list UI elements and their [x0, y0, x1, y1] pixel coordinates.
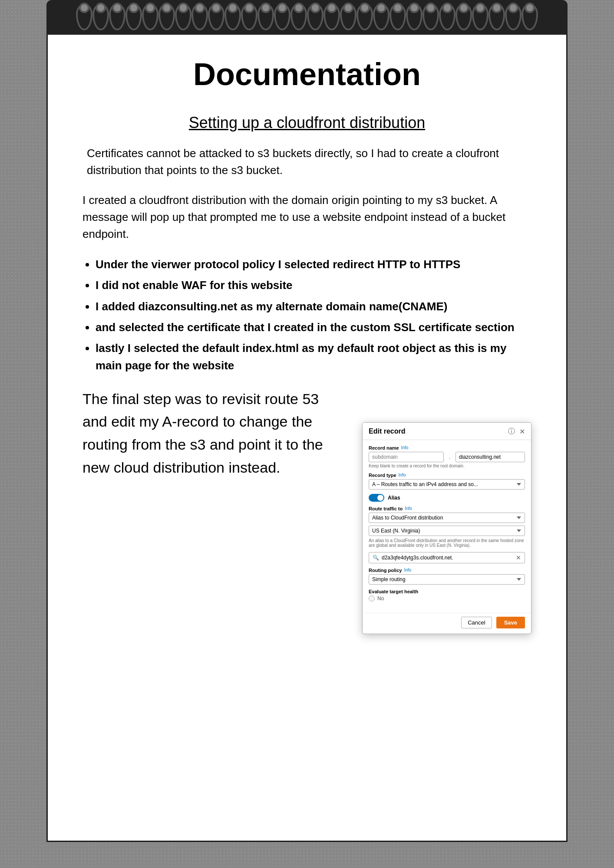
spiral-loop — [357, 3, 373, 30]
spiral-loop — [522, 3, 538, 30]
spiral-loop — [307, 3, 324, 30]
spiral-loop — [390, 3, 406, 30]
bullet-item: I did not enable WAF for this website — [96, 276, 531, 294]
spiral-loop — [472, 3, 489, 30]
record-type-select[interactable]: A – Routes traffic to an IPv4 address an… — [369, 479, 525, 490]
final-step-paragraph: The final step was to revisit route 53 a… — [83, 388, 334, 479]
spirals — [46, 0, 568, 34]
search-icon: 🔍 — [373, 555, 379, 561]
spiral-loop — [125, 3, 142, 30]
cloudfront-search-input[interactable] — [382, 555, 513, 561]
evaluate-health-label: Evaluate target health — [369, 589, 525, 594]
spiral-loop — [324, 3, 340, 30]
panel-body: Record name Info . Keep blank to create … — [363, 440, 531, 613]
notebook-page: Documentation Setting up a cloudfront di… — [46, 35, 568, 842]
domain-separator: . — [447, 454, 452, 460]
region-select[interactable]: US East (N. Virginia) — [369, 526, 525, 536]
detail-paragraph: I created a cloudfront distribution with… — [83, 192, 531, 243]
region-note: An alias to a CloudFront distribution an… — [369, 538, 525, 548]
spiral-loop — [340, 3, 357, 30]
spiral-loop — [257, 3, 274, 30]
spiral-loop — [439, 3, 456, 30]
info-icon[interactable]: ⓘ — [508, 427, 515, 436]
spiral-loop — [274, 3, 290, 30]
save-button[interactable]: Save — [496, 617, 525, 628]
evaluate-health-radio-row: No — [369, 595, 525, 602]
spiral-loop — [505, 3, 522, 30]
alias-toggle[interactable] — [369, 494, 384, 502]
spiral-loop — [191, 3, 208, 30]
record-name-hint: Keep blank to create a record for the ro… — [369, 464, 525, 468]
bullet-item: I added diazconsulting.net as my alterna… — [96, 298, 531, 315]
page-title: Documentation — [83, 56, 531, 92]
spiral-loop — [208, 3, 224, 30]
route-traffic-select[interactable]: Alias to CloudFront distribution — [369, 513, 525, 523]
intro-paragraph: Certificates cannot be attacked to s3 bu… — [83, 145, 531, 179]
spiral-loop — [109, 3, 125, 30]
record-type-select-wrapper: A – Routes traffic to an IPv4 address an… — [369, 479, 525, 490]
routing-policy-select[interactable]: Simple routing — [369, 574, 525, 585]
bullet-list: Under the vierwer protocol policy I sele… — [96, 256, 531, 375]
record-type-section: Record type Info A – Routes traffic to a… — [369, 473, 525, 490]
region-select-wrapper: US East (N. Virginia) — [369, 526, 525, 538]
spiral-loop — [158, 3, 175, 30]
panel-footer: Cancel Save — [363, 613, 531, 634]
spiral-loop — [224, 3, 241, 30]
cloudfront-search-field[interactable]: 🔍 ✕ — [369, 552, 525, 563]
bullet-item: and selected the certificate that I crea… — [96, 319, 531, 336]
spiral-loop — [76, 3, 92, 30]
spiral-loop — [489, 3, 505, 30]
spiral-loop — [241, 3, 257, 30]
bullet-item: Under the vierwer protocol policy I sele… — [96, 256, 531, 273]
record-name-info-link[interactable]: Info — [401, 445, 409, 450]
record-name-label: Record name Info — [369, 445, 525, 450]
record-type-info-link[interactable]: Info — [399, 473, 406, 477]
spiral-loop — [142, 3, 158, 30]
record-name-row: . — [369, 452, 525, 462]
spiral-loop — [290, 3, 307, 30]
route-traffic-info-link[interactable]: Info — [405, 506, 412, 511]
panel-header: Edit record ⓘ ✕ — [363, 423, 531, 440]
bullet-item: lastly I selected the default index.html… — [96, 339, 531, 375]
spiral-loop — [406, 3, 423, 30]
alias-label: Alias — [388, 495, 400, 501]
notebook: Documentation Setting up a cloudfront di… — [46, 0, 568, 842]
clear-search-icon[interactable]: ✕ — [516, 554, 521, 561]
alias-toggle-row: Alias — [369, 494, 525, 502]
routing-policy-label-el: Routing policy Info — [369, 568, 525, 573]
evaluate-no-radio[interactable] — [369, 595, 375, 602]
routing-policy-section: Routing policy Info Simple routing — [369, 568, 525, 585]
close-icon[interactable]: ✕ — [519, 427, 525, 436]
route-traffic-select-wrapper: Alias to CloudFront distribution — [369, 513, 525, 526]
record-type-label: Record type Info — [369, 473, 525, 478]
spiral-loop — [175, 3, 191, 30]
spiral-loop — [456, 3, 472, 30]
panel-title: Edit record — [369, 427, 405, 435]
routing-policy-select-wrapper: Simple routing — [369, 574, 525, 585]
spiral-loop — [373, 3, 390, 30]
evaluate-no-label: No — [377, 595, 384, 602]
spiral-loop — [423, 3, 439, 30]
edit-record-panel: Edit record ⓘ ✕ Record name Info — [362, 422, 531, 634]
record-name-section: Record name Info . Keep blank to create … — [369, 445, 525, 468]
content-with-panel: The final step was to revisit route 53 a… — [83, 388, 531, 561]
section-heading: Setting up a cloudfront distribution — [83, 114, 531, 132]
cancel-button[interactable]: Cancel — [461, 617, 492, 628]
route-traffic-section: Route traffic to Info Alias to CloudFron… — [369, 506, 525, 548]
evaluate-health-section: Evaluate target health No — [369, 589, 525, 602]
route-traffic-label-el: Route traffic to Info — [369, 506, 525, 511]
spiral-loop — [92, 3, 109, 30]
domain-value-input[interactable] — [456, 452, 525, 462]
routing-policy-info-link[interactable]: Info — [404, 568, 411, 572]
panel-header-icons: ⓘ ✕ — [508, 427, 525, 436]
spiral-top-bar — [46, 0, 568, 35]
subdomain-input[interactable] — [369, 452, 444, 462]
